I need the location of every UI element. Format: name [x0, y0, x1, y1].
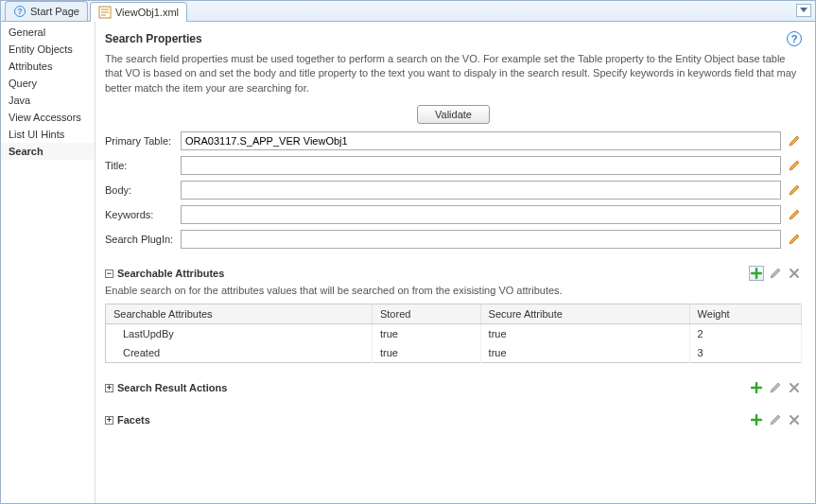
- section-search-result-actions: + Search Result Actions: [105, 380, 802, 395]
- add-action-button[interactable]: [749, 380, 764, 395]
- table-row[interactable]: Created true true 3: [106, 343, 802, 363]
- expand-icon[interactable]: +: [105, 384, 113, 392]
- primary-table-label: Primary Table:: [105, 135, 175, 147]
- add-attribute-button[interactable]: [749, 266, 764, 281]
- page-title: Search Properties: [105, 32, 202, 45]
- help-tab-icon: ?: [13, 5, 26, 18]
- col-searchable-attributes[interactable]: Searchable Attributes: [106, 304, 373, 324]
- section-searchable-title: Searchable Attributes: [117, 268, 224, 279]
- table-row[interactable]: LastUpdBy true true 2: [106, 324, 802, 344]
- keywords-label: Keywords:: [105, 209, 175, 220]
- search-plugin-input[interactable]: [181, 230, 781, 249]
- edit-attribute-button[interactable]: [768, 266, 783, 281]
- edit-action-button[interactable]: [768, 380, 783, 395]
- validate-button[interactable]: Validate: [417, 105, 490, 124]
- tab-start-page-label: Start Page: [30, 6, 79, 17]
- delete-attribute-button[interactable]: [787, 266, 802, 281]
- body-label: Body:: [105, 184, 175, 196]
- col-secure-attribute[interactable]: Secure Attribute: [480, 304, 689, 324]
- add-facet-button[interactable]: [749, 412, 764, 427]
- title-label: Title:: [105, 160, 175, 171]
- tab-start-page[interactable]: ? Start Page: [5, 1, 88, 21]
- primary-table-input[interactable]: [181, 131, 781, 150]
- edit-title-icon[interactable]: [787, 158, 802, 173]
- col-weight[interactable]: Weight: [689, 304, 801, 324]
- tab-file[interactable]: ViewObj1.xml: [90, 2, 187, 22]
- sidebar-item-entity-objects[interactable]: Entity Objects: [1, 41, 95, 58]
- sidebar-item-general[interactable]: General: [1, 24, 95, 41]
- sidebar-item-search[interactable]: Search: [1, 143, 95, 160]
- page-description: The search field properties must be used…: [105, 52, 802, 96]
- body-input[interactable]: [181, 181, 781, 200]
- section-searchable-attributes: − Searchable Attributes Enable search on…: [105, 266, 802, 363]
- xml-file-icon: [98, 6, 112, 19]
- help-icon[interactable]: ?: [787, 31, 802, 46]
- section-result-actions-title: Search Result Actions: [117, 382, 227, 393]
- search-plugin-label: Search PlugIn:: [105, 234, 175, 245]
- tab-file-label: ViewObj1.xml: [115, 7, 179, 18]
- delete-action-button[interactable]: [787, 380, 802, 395]
- section-searchable-desc: Enable search on for the attributes valu…: [105, 285, 802, 296]
- main-panel: Search Properties ? The search field pro…: [95, 22, 815, 503]
- title-input[interactable]: [181, 156, 781, 175]
- searchable-attributes-table: Searchable Attributes Stored Secure Attr…: [105, 304, 802, 363]
- sidebar-item-list-ui-hints[interactable]: List UI Hints: [1, 126, 95, 143]
- sidebar: General Entity Objects Attributes Query …: [1, 22, 95, 503]
- sidebar-item-query[interactable]: Query: [1, 75, 95, 92]
- edit-primary-table-icon[interactable]: [787, 133, 802, 148]
- col-stored[interactable]: Stored: [372, 304, 480, 324]
- tab-bar: ? Start Page ViewObj1.xml: [1, 1, 815, 22]
- edit-search-plugin-icon[interactable]: [787, 232, 802, 247]
- expand-icon[interactable]: +: [105, 416, 113, 425]
- collapse-icon[interactable]: −: [105, 269, 113, 278]
- edit-keywords-icon[interactable]: [787, 207, 802, 222]
- sidebar-item-java[interactable]: Java: [1, 92, 95, 109]
- edit-body-icon[interactable]: [787, 182, 802, 198]
- delete-facet-button[interactable]: [787, 412, 802, 427]
- section-facets: + Facets: [105, 412, 802, 427]
- sidebar-item-view-accessors[interactable]: View Accessors: [1, 109, 95, 126]
- sidebar-item-attributes[interactable]: Attributes: [1, 58, 95, 75]
- section-facets-title: Facets: [117, 414, 150, 426]
- tab-overflow-button[interactable]: [796, 4, 811, 17]
- keywords-input[interactable]: [181, 205, 781, 224]
- edit-facet-button[interactable]: [768, 412, 783, 427]
